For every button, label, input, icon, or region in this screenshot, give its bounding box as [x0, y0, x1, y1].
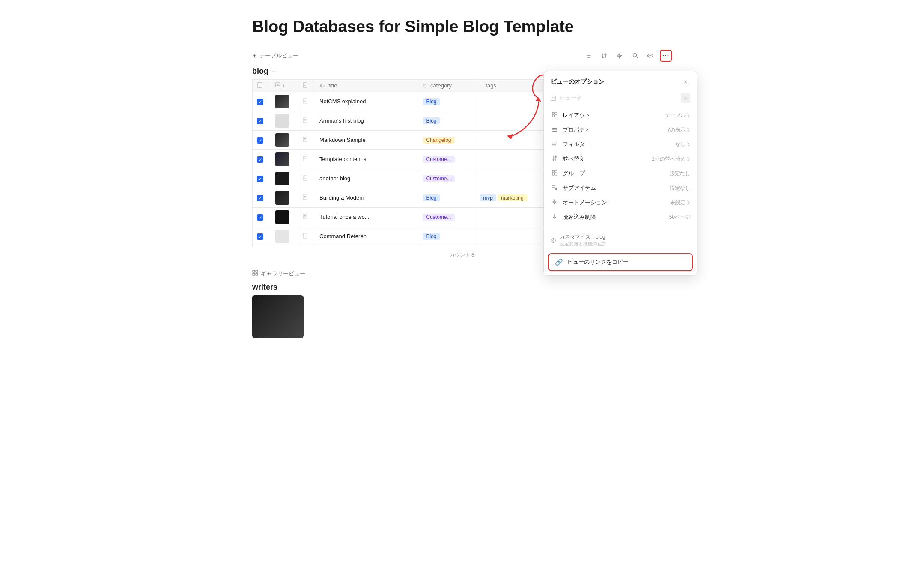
row-checkbox[interactable]	[253, 130, 271, 149]
panel-row-icon	[551, 214, 558, 221]
panel-row-プロパティ[interactable]: プロパティ 7の表示	[544, 123, 697, 137]
panel-close-button[interactable]: ×	[681, 77, 690, 87]
row-doc-icon	[298, 169, 315, 188]
col-header-doc	[298, 79, 315, 92]
col-header-check	[253, 79, 271, 92]
row-category[interactable]: Custome...	[418, 169, 475, 188]
panel-row-icon	[551, 155, 558, 162]
row-thumbnail	[271, 227, 298, 246]
row-title[interactable]: Tutorial once a wo...	[315, 207, 418, 227]
view-label: テーブルビュー	[259, 52, 298, 60]
panel-row-レイアウト[interactable]: レイアウト テーブル	[544, 108, 697, 123]
options-panel: ビューのオプション × ビュー名 ⊙ レイアウト	[543, 71, 697, 276]
svg-point-71	[553, 239, 554, 241]
panel-row-value: 50ページ	[669, 214, 690, 221]
lightning-button[interactable]	[614, 50, 626, 62]
panel-title: ビューのオプション	[551, 78, 605, 86]
row-category[interactable]: Blog	[418, 188, 475, 207]
panel-row-label: レイアウト	[563, 111, 590, 119]
row-title[interactable]: Template content s	[315, 149, 418, 169]
more-options-button[interactable]: ···	[660, 50, 672, 62]
panel-copy-link-button[interactable]: 🔗 ビューのリンクをコピー	[548, 253, 693, 271]
view-header-left: ⊞ テーブルビュー	[252, 52, 298, 60]
row-checkbox[interactable]	[253, 207, 271, 227]
row-checkbox[interactable]	[253, 169, 271, 188]
row-thumbnail	[271, 188, 298, 207]
panel-row-フィルター[interactable]: フィルター なし	[544, 137, 697, 152]
panel-row-label: プロパティ	[563, 126, 590, 134]
link-copy-icon: 🔗	[555, 258, 563, 266]
row-title[interactable]: Ammar's first blog	[315, 111, 418, 130]
row-category[interactable]: Custome...	[418, 207, 475, 227]
svg-rect-64	[555, 173, 557, 175]
panel-row-並べ替え[interactable]: 並べ替え 1件の並べ替え	[544, 152, 697, 166]
panel-row-label: フィルター	[563, 141, 590, 148]
panel-row-value: 未設定	[670, 199, 686, 206]
panel-row-サブアイテム[interactable]: サブアイテム 設定なし	[544, 181, 697, 195]
panel-row-グループ[interactable]: グループ 設定なし	[544, 166, 697, 181]
row-title[interactable]: Building a Modern	[315, 188, 418, 207]
svg-rect-52	[555, 112, 557, 114]
svg-rect-46	[253, 273, 255, 275]
panel-customize[interactable]: カスタマイズ：blog 設定変更と機能の追加	[544, 230, 697, 251]
row-checkbox[interactable]	[253, 188, 271, 207]
svg-line-4	[636, 57, 638, 58]
col-header-title[interactable]: Aa title	[315, 79, 418, 92]
svg-rect-47	[256, 273, 258, 275]
sort-button[interactable]	[598, 50, 610, 62]
link-button[interactable]	[644, 50, 656, 62]
gallery-view-label: ギャラリービュー	[261, 270, 305, 278]
panel-customize-title: カスタマイズ：blog	[560, 233, 607, 241]
row-thumbnail	[271, 111, 298, 130]
panel-row-value: 1件の並べ替え	[652, 155, 686, 163]
svg-rect-5	[257, 83, 262, 87]
row-title[interactable]: another blog	[315, 169, 418, 188]
svg-point-70	[551, 238, 556, 242]
gallery-view-icon	[252, 270, 258, 277]
table-view-icon: ⊞	[252, 52, 257, 59]
row-thumbnail	[271, 169, 298, 188]
row-category[interactable]: Custome...	[418, 149, 475, 169]
row-doc-icon	[298, 227, 315, 246]
row-checkbox[interactable]	[253, 92, 271, 111]
row-category[interactable]: Blog	[418, 111, 475, 130]
svg-rect-6	[276, 83, 280, 87]
panel-row-icon	[551, 112, 558, 119]
row-thumbnail	[271, 207, 298, 227]
row-title[interactable]: NotCMS explained	[315, 92, 418, 111]
search-button[interactable]	[629, 50, 641, 62]
row-category[interactable]: Blog	[418, 227, 475, 246]
svg-rect-44	[253, 270, 255, 272]
row-doc-icon	[298, 111, 315, 130]
view-header-right: ···	[583, 50, 672, 62]
svg-rect-61	[552, 170, 554, 173]
panel-row-label: サブアイテム	[563, 184, 596, 192]
svg-rect-51	[552, 112, 554, 114]
panel-row-label: 読み込み制限	[563, 213, 596, 221]
col-header-thumb: t...	[271, 79, 298, 92]
col-header-category[interactable]: ⊙ category	[418, 79, 475, 92]
row-checkbox[interactable]	[253, 227, 271, 246]
filter-button[interactable]	[583, 50, 595, 62]
writers-thumbnail	[252, 295, 304, 338]
panel-row-value: なし	[675, 141, 686, 148]
panel-view-name-placeholder: ビュー名	[560, 94, 582, 102]
panel-copy-link-label: ビューのリンクをコピー	[567, 258, 629, 266]
svg-rect-45	[256, 270, 258, 272]
view-header: ⊞ テーブルビュー	[252, 50, 672, 62]
row-thumbnail	[271, 149, 298, 169]
panel-row-value: 設定なし	[670, 170, 690, 177]
row-checkbox[interactable]	[253, 149, 271, 169]
row-category[interactable]: Blog	[418, 92, 475, 111]
panel-row-読み込み制限[interactable]: 読み込み制限 50ページ	[544, 210, 697, 224]
row-checkbox[interactable]	[253, 111, 271, 130]
row-thumbnail	[271, 130, 298, 149]
writers-title: writers	[252, 283, 672, 292]
panel-row-オートメーション[interactable]: オートメーション 未設定	[544, 195, 697, 210]
row-title[interactable]: Command Referen	[315, 227, 418, 246]
row-title[interactable]: Markdown Sample	[315, 130, 418, 149]
row-doc-icon	[298, 92, 315, 111]
panel-row-label: オートメーション	[563, 199, 607, 206]
panel-view-name-row[interactable]: ビュー名 ⊙	[544, 91, 697, 105]
row-category[interactable]: Changelog	[418, 130, 475, 149]
